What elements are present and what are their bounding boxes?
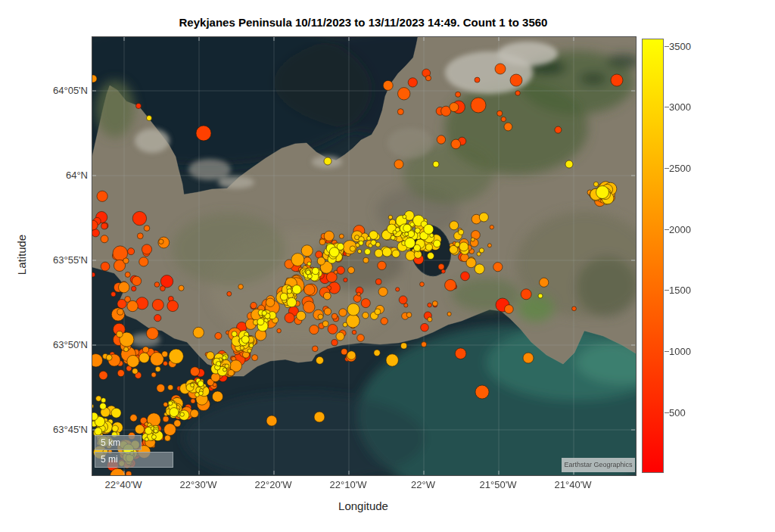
y-tick-label: 64°05'N: [17, 85, 88, 95]
x-tick-label: 22°20'W: [239, 479, 307, 490]
map-plot-area[interactable]: 5 km 5 mi Earthstar Geographics: [92, 36, 636, 476]
colorbar-tick-label: 500: [669, 407, 686, 418]
scale-bar-mi: 5 mi: [95, 452, 173, 468]
colorbar-tick-label: 2000: [669, 224, 691, 235]
colorbar: [642, 39, 664, 473]
scale-bar-km: 5 km: [95, 435, 142, 450]
x-tick-label: 22°10'W: [314, 479, 382, 490]
plot-title: Reykjanes Peninsula 10/11/2023 to 13/11/…: [92, 16, 635, 29]
colorbar-tick-label: 3500: [669, 41, 691, 51]
x-tick-label: 21°40'W: [539, 479, 607, 490]
x-tick-label: 21°50'W: [464, 479, 532, 490]
map-attribution: Earthstar Geographics: [562, 458, 635, 472]
x-tick-label: 22°W: [389, 479, 457, 490]
colorbar-tick-label: 1500: [669, 285, 691, 295]
x-tick-label: 22°40'W: [89, 479, 157, 490]
matlab-figure: Reykjanes Peninsula 10/11/2023 to 13/11/…: [0, 0, 775, 532]
colorbar-tick-label: 2500: [669, 163, 691, 173]
y-tick-label: 63°45'N: [17, 424, 88, 434]
y-tick-label: 64°N: [17, 170, 88, 180]
x-tick-label: 22°30'W: [164, 479, 232, 490]
scale-bar-mi-label: 5 mi: [101, 454, 118, 465]
y-tick-label: 63°50'N: [17, 339, 88, 350]
colorbar-tick-label: 3000: [669, 101, 691, 112]
x-axis-label: Longitude: [92, 499, 635, 512]
satellite-basemap: [92, 37, 636, 475]
colorbar-tick-label: 1000: [669, 346, 691, 356]
scale-bar-km-label: 5 km: [101, 437, 120, 448]
y-tick-label: 63°55'N: [17, 254, 88, 265]
